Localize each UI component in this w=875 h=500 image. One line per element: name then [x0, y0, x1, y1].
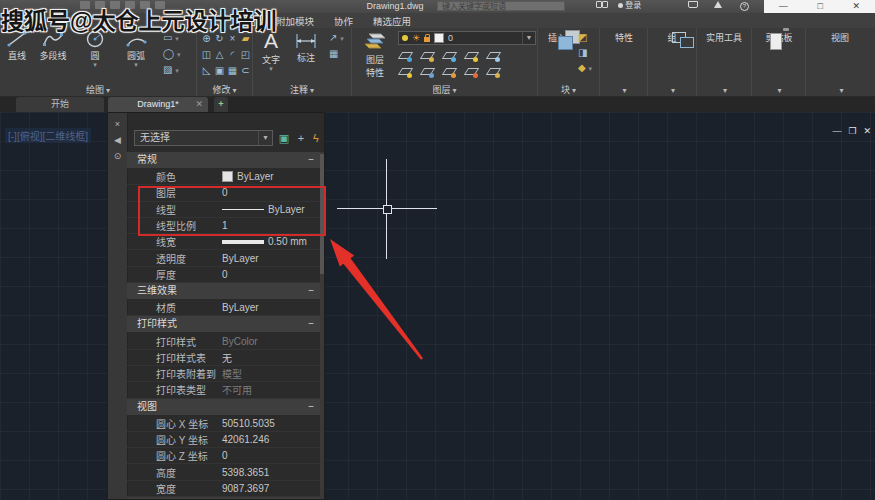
collapse-icon[interactable]: −: [308, 497, 314, 499]
property-section-header[interactable]: 三维效果−: [127, 283, 320, 300]
user-icon: [618, 3, 623, 8]
draw-panel-title[interactable]: 绘图▾: [0, 84, 196, 96]
layer-properties-button[interactable]: 图层特性: [356, 30, 394, 79]
leader-tool-icon[interactable]: ↗ ▾: [329, 32, 344, 44]
layer-tool-icon[interactable]: [420, 67, 434, 77]
toggle-pickadd-icon[interactable]: ▣: [277, 131, 291, 145]
quick-select-icon[interactable]: ϟ: [309, 131, 323, 145]
layer-tool-icon[interactable]: [464, 51, 478, 61]
explode-tool-icon[interactable]: ◰: [239, 48, 252, 64]
new-drawing-button[interactable]: +: [214, 97, 228, 112]
palette-autohide-icon[interactable]: ◀: [108, 135, 127, 145]
layer-tool-icon[interactable]: [464, 67, 478, 77]
tab-start[interactable]: 开始: [16, 97, 104, 112]
view-button[interactable]: 视图: [820, 30, 860, 44]
scale-tool-icon[interactable]: ▣: [213, 64, 226, 80]
doc-minimize-button[interactable]: —: [832, 126, 841, 136]
app-store-icon[interactable]: [688, 1, 698, 11]
property-value[interactable]: 模型: [222, 366, 320, 381]
help-icon[interactable]: ?: [740, 1, 749, 11]
property-value[interactable]: 无: [222, 350, 320, 365]
property-section-header[interactable]: 打印样式−: [127, 316, 320, 333]
search-icon[interactable]: [596, 1, 608, 11]
property-value[interactable]: ByLayer: [222, 171, 320, 182]
property-value[interactable]: ByLayer: [222, 302, 320, 313]
property-section-header[interactable]: 常规−: [127, 152, 320, 169]
annotate-panel-title[interactable]: 注释▾: [253, 84, 351, 96]
minimize-button[interactable]: —: [779, 0, 788, 13]
alert-icon[interactable]: [714, 1, 722, 11]
layer-select-dropdown[interactable]: ☀ 0 ▼: [398, 31, 536, 45]
collapse-icon[interactable]: −: [308, 316, 314, 332]
table-tool-icon[interactable]: ▦: [329, 48, 344, 59]
mirror-tool-icon[interactable]: △: [213, 48, 226, 64]
layer-tool-icon[interactable]: [442, 67, 456, 77]
property-value[interactable]: 0: [222, 450, 320, 461]
ribbon-tab[interactable]: 协作: [334, 14, 353, 28]
utilities-button[interactable]: 实用工具: [702, 30, 746, 44]
help-search-input[interactable]: 键入关键字或短语: [437, 1, 565, 11]
ribbon-tab[interactable]: 精选应用: [373, 14, 411, 28]
view-panel-title[interactable]: ▾: [806, 84, 875, 96]
copy-tool-icon[interactable]: ◫: [200, 48, 213, 64]
properties-panel-title[interactable]: ▾: [600, 84, 647, 96]
create-block-icon[interactable]: ◩: [578, 32, 592, 43]
tab-close-icon[interactable]: ✕: [195, 97, 203, 112]
clipboard-button[interactable]: 剪贴板: [759, 30, 799, 44]
block-panel-title[interactable]: 块▾: [538, 84, 599, 96]
close-button[interactable]: ✕: [853, 0, 861, 13]
tab-drawing1[interactable]: Drawing1* ✕: [108, 97, 208, 112]
edit-block-icon[interactable]: ◨: [578, 47, 592, 58]
property-value[interactable]: 不可用: [222, 382, 320, 397]
property-value[interactable]: 42061.246: [222, 434, 320, 445]
property-value[interactable]: 0: [222, 269, 320, 280]
property-value[interactable]: 50510.5035: [222, 418, 320, 429]
clipboard-panel-title[interactable]: ▾: [752, 84, 805, 96]
utilities-panel-title[interactable]: ▾: [697, 84, 751, 96]
layer-tool-icon[interactable]: [486, 67, 500, 77]
palette-close-icon[interactable]: ×: [108, 119, 127, 129]
property-label: 宽度: [127, 481, 222, 496]
doc-close-button[interactable]: ✕: [863, 126, 871, 136]
layer-tool-icon[interactable]: [442, 51, 456, 61]
property-value[interactable]: 0.50 mm: [222, 236, 320, 247]
modify-panel-title[interactable]: 修改▾: [197, 84, 252, 96]
properties-button[interactable]: 特性: [606, 30, 642, 44]
collapse-icon[interactable]: −: [308, 283, 314, 299]
property-value[interactable]: ByLayer: [222, 253, 320, 264]
layer-tool-icon[interactable]: [486, 51, 500, 61]
stretch-tool-icon[interactable]: ◺: [200, 64, 213, 80]
maximize-button[interactable]: □: [818, 0, 823, 13]
block-attributes-icon[interactable]: ◆ ▾: [578, 62, 592, 74]
property-value[interactable]: ByColor: [222, 336, 320, 347]
collapse-icon[interactable]: −: [308, 152, 314, 168]
dimension-tool-button[interactable]: 标注: [289, 30, 323, 64]
offset-tool-icon[interactable]: ⊂: [239, 64, 252, 80]
viewport-controls[interactable]: [-][俯视][二维线框]: [5, 128, 91, 143]
property-section-header[interactable]: 视图−: [127, 399, 320, 416]
array-tool-icon[interactable]: ▦: [226, 64, 239, 80]
doc-restore-button[interactable]: ❐: [848, 126, 856, 136]
selection-dropdown[interactable]: 无选择 ▼: [134, 130, 273, 146]
group-button[interactable]: 组: [655, 30, 689, 44]
groups-panel-title[interactable]: ▾: [648, 84, 696, 96]
select-objects-icon[interactable]: +: [294, 131, 308, 145]
lineweight-sample: [222, 240, 264, 244]
insert-block-button[interactable]: 插入: [540, 30, 574, 44]
ellipse-tool-icon[interactable]: ◯ ▾: [163, 48, 181, 60]
palette-settings-icon[interactable]: ⊙: [108, 151, 127, 161]
sign-in-button[interactable]: 登录: [618, 1, 641, 11]
fillet-tool-icon[interactable]: ◜: [226, 48, 239, 64]
hatch-tool-icon[interactable]: ▨ ▾: [163, 64, 181, 76]
layer-tool-icon[interactable]: [420, 51, 434, 61]
layers-panel-title[interactable]: 图层▾: [352, 84, 537, 96]
layer-tool-icon[interactable]: [398, 67, 412, 77]
text-tool-button[interactable]: A 文字 ▾: [257, 30, 285, 71]
ribbon-tab[interactable]: 附加模块: [276, 14, 314, 28]
property-section-header[interactable]: 其他−: [127, 497, 320, 499]
collapse-icon[interactable]: −: [308, 399, 314, 415]
panel-expand-icon: ▾: [671, 86, 675, 95]
property-value[interactable]: 5398.3651: [222, 467, 320, 478]
property-value[interactable]: 9087.3697: [222, 483, 320, 494]
layer-tool-icon[interactable]: [398, 51, 412, 61]
